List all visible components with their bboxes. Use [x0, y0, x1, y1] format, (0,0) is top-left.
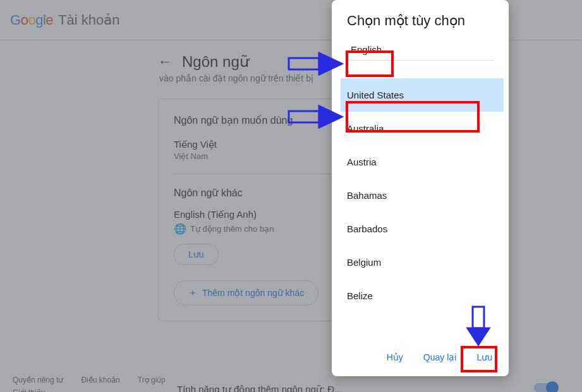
svg-marker-3	[319, 106, 342, 128]
country-item[interactable]: Australia	[347, 112, 506, 145]
modal-save-button[interactable]: Lưu	[470, 347, 499, 367]
modal-title: Chọn một tùy chọn	[332, 13, 509, 39]
country-item[interactable]: Austria	[347, 145, 506, 179]
svg-rect-4	[473, 307, 484, 328]
svg-rect-0	[289, 58, 319, 69]
back-button[interactable]: Quay lại	[417, 347, 463, 367]
modal-language-choice[interactable]: English	[347, 39, 494, 61]
country-item[interactable]: Belgium	[347, 246, 506, 279]
country-item[interactable]: Bahamas	[347, 179, 506, 212]
svg-marker-5	[468, 328, 489, 345]
anno-arrow-save	[464, 306, 493, 346]
svg-marker-1	[319, 53, 342, 74]
anno-arrow-us	[288, 102, 344, 131]
country-list[interactable]: United StatesAustraliaAustriaBahamasBarb…	[332, 78, 509, 338]
svg-rect-2	[289, 111, 319, 122]
anno-arrow-english	[288, 49, 344, 78]
country-item[interactable]: Barbados	[347, 212, 506, 246]
country-item[interactable]: United States	[341, 78, 504, 112]
cancel-button[interactable]: Hủy	[380, 347, 409, 367]
